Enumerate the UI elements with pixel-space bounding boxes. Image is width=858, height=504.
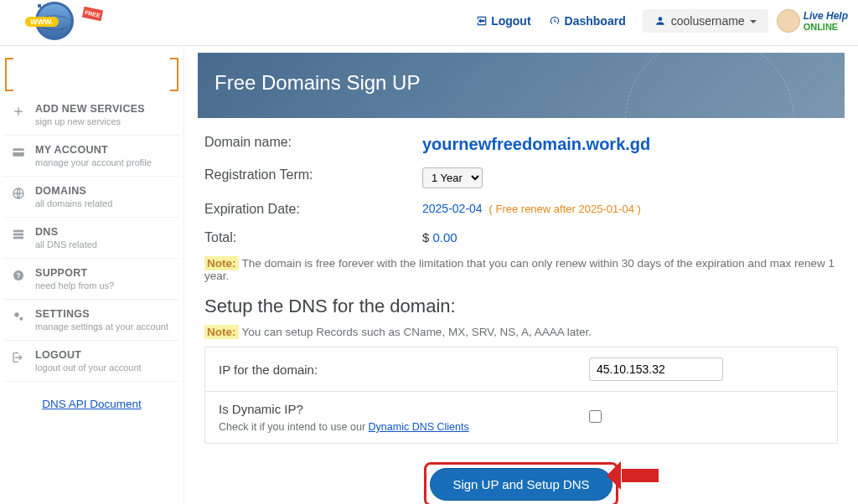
- sidebar-decoration: [5, 56, 178, 90]
- sidebar-item-add-services[interactable]: ADD NEW SERVICESsign up new services: [3, 95, 180, 136]
- caret-down-icon: [750, 20, 757, 27]
- user-menu[interactable]: coolusername: [643, 9, 768, 33]
- logout-icon: [476, 15, 488, 27]
- site-logo[interactable]: WWW. FREE: [10, 2, 102, 40]
- avatar-icon: [777, 9, 800, 33]
- svg-point-9: [19, 317, 23, 321]
- dynamic-ip-checkbox[interactable]: [589, 410, 602, 423]
- card-icon: [12, 146, 28, 162]
- svg-text:?: ?: [16, 271, 20, 280]
- term-label: Registration Term:: [204, 167, 422, 183]
- expiration-value: 2025-02-04: [422, 202, 483, 215]
- user-icon: [654, 15, 666, 27]
- term-select[interactable]: 1 Year: [422, 167, 483, 188]
- sidebar-item-support[interactable]: ? SUPPORTneed help from us?: [3, 259, 180, 300]
- renew-note: ( Free renew after 2025-01-04 ): [489, 203, 641, 215]
- total-label: Total:: [204, 230, 422, 245]
- sidebar-item-dns[interactable]: DNSall DNS related: [3, 218, 180, 259]
- dynamic-ip-hint: Check it if you intend to use our Dynami…: [219, 421, 589, 433]
- plus-icon: [12, 105, 28, 121]
- globe-icon: [12, 187, 28, 203]
- cogs-icon: [12, 310, 28, 326]
- page-banner: Free Domains Sign UP: [198, 53, 845, 118]
- list-icon: [12, 228, 28, 244]
- live-help[interactable]: Live Help ONLINE: [777, 9, 848, 33]
- sidebar-item-logout[interactable]: LOGOUTlogout out of your account: [3, 341, 180, 382]
- dns-table: IP for the domain: Is Dynamic IP? Check …: [204, 347, 838, 444]
- svg-rect-3: [13, 230, 23, 233]
- svg-rect-4: [13, 234, 23, 236]
- ip-input[interactable]: [589, 357, 723, 381]
- username-label: coolusername: [671, 14, 745, 28]
- sidebar: ADD NEW SERVICESsign up new services MY …: [0, 46, 184, 504]
- note-domain-free: Note:The domain is free forever with the…: [204, 257, 838, 282]
- ip-label: IP for the domain:: [219, 363, 589, 377]
- exit-icon: [12, 351, 28, 367]
- note-dns-records: Note:You can setup Records such as CName…: [204, 326, 838, 338]
- main-content: Free Domains Sign UP Domain name: yourne…: [184, 46, 858, 504]
- attention-arrow-icon: [622, 469, 659, 482]
- dynamic-ip-label: Is Dynamic IP?: [219, 402, 589, 416]
- sidebar-item-account[interactable]: MY ACCOUNTmanage your account profile: [3, 136, 180, 177]
- sidebar-item-settings[interactable]: SETTINGSmanage settings at your account: [3, 300, 180, 341]
- sidebar-item-domains[interactable]: DOMAINSall domains related: [3, 177, 180, 218]
- header: WWW. FREE Logout Dashboard coolusername …: [0, 0, 858, 42]
- total-value: 0.00: [433, 230, 457, 244]
- svg-point-8: [14, 312, 18, 316]
- logout-link[interactable]: Logout: [476, 14, 530, 28]
- page-title: Free Domains Sign UP: [214, 71, 828, 95]
- dashboard-icon: [548, 15, 561, 27]
- domain-value: yournewfreedomain.work.gd: [422, 135, 650, 153]
- svg-rect-5: [13, 237, 23, 239]
- signup-setup-dns-button[interactable]: Sign UP and Setup DNS: [430, 468, 612, 501]
- sidebar-api-link[interactable]: DNS API Document: [3, 382, 180, 425]
- submit-highlight: Sign UP and Setup DNS: [424, 462, 618, 504]
- dashboard-link[interactable]: Dashboard: [548, 14, 626, 28]
- domain-label: Domain name:: [204, 135, 422, 150]
- help-icon: ?: [12, 269, 28, 285]
- dynamic-dns-link[interactable]: Dynamic DNS Clients: [369, 421, 469, 433]
- dns-heading: Setup the DNS for the domain:: [204, 296, 838, 317]
- expiration-label: Expiration Date:: [204, 202, 422, 217]
- svg-rect-1: [13, 151, 23, 152]
